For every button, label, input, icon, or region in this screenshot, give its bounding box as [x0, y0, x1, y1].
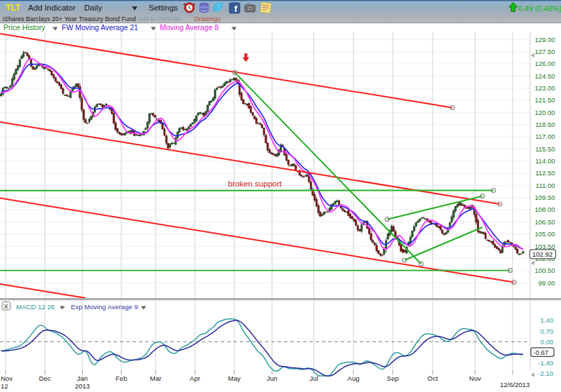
- svg-text:Price History: Price History: [4, 23, 46, 32]
- svg-text:Sep: Sep: [387, 374, 399, 382]
- svg-text:123.00: 123.00: [534, 84, 555, 92]
- svg-text:121.50: 121.50: [534, 96, 555, 104]
- svg-text:0.49 (0.48%): 0.49 (0.48%): [518, 4, 561, 13]
- svg-text:Nov: Nov: [469, 374, 481, 382]
- svg-text:Add to Portfolio: Add to Portfolio: [137, 15, 181, 22]
- svg-text:115.50: 115.50: [535, 145, 555, 153]
- svg-text:0.00: 0.00: [541, 338, 554, 346]
- svg-text:99.00: 99.00: [539, 279, 555, 287]
- svg-text:Daily: Daily: [84, 4, 102, 12]
- svg-text:Oct: Oct: [428, 374, 438, 382]
- svg-text:MACD 12 26: MACD 12 26: [16, 303, 55, 311]
- svg-text:1.40: 1.40: [541, 316, 554, 324]
- svg-text:Moving Average 8: Moving Average 8: [160, 23, 219, 32]
- svg-text:broken support: broken support: [228, 180, 283, 188]
- svg-text:129.00: 129.00: [534, 36, 555, 43]
- svg-text:0.70: 0.70: [541, 327, 554, 335]
- svg-text:118.50: 118.50: [535, 121, 555, 128]
- svg-text:126.00: 126.00: [534, 60, 555, 67]
- svg-text:108.00: 108.00: [534, 205, 555, 213]
- svg-text:114.00: 114.00: [535, 157, 555, 165]
- svg-text:Jun: Jun: [266, 374, 277, 382]
- svg-text:124.50: 124.50: [534, 72, 555, 80]
- svg-text:12: 12: [1, 382, 8, 390]
- svg-text:117.00: 117.00: [535, 133, 555, 140]
- svg-text:TLT: TLT: [6, 3, 21, 13]
- svg-text:12/6/2013: 12/6/2013: [500, 381, 529, 388]
- svg-text:-1.40: -1.40: [538, 359, 553, 367]
- svg-text:112.50: 112.50: [535, 169, 555, 177]
- svg-text:f: f: [234, 4, 238, 14]
- svg-text:127.50: 127.50: [534, 48, 555, 55]
- svg-text:100.50: 100.50: [534, 266, 555, 274]
- svg-text:111.00: 111.00: [536, 182, 555, 189]
- svg-text:109.50: 109.50: [534, 194, 555, 201]
- svg-text:Jan: Jan: [77, 374, 88, 382]
- svg-text:Apr: Apr: [190, 374, 201, 382]
- svg-text:120.00: 120.00: [534, 109, 555, 116]
- svg-text:105.00: 105.00: [534, 230, 555, 238]
- svg-text:102.92: 102.92: [532, 250, 553, 258]
- svg-text:Aug: Aug: [348, 374, 360, 382]
- svg-text:106.50: 106.50: [534, 218, 555, 226]
- svg-text:Add Indicator: Add Indicator: [28, 4, 76, 12]
- svg-text:2013: 2013: [75, 382, 90, 390]
- svg-text:Drawings: Drawings: [194, 15, 221, 22]
- svg-text:Mar: Mar: [150, 374, 161, 382]
- svg-text:X: X: [4, 303, 8, 310]
- svg-text:iShares Barclays 20+ Year Trea: iShares Barclays 20+ Year Treasury Bond …: [3, 15, 136, 22]
- svg-text:May: May: [228, 374, 241, 382]
- svg-text:-0.67: -0.67: [534, 349, 549, 356]
- svg-text:Dec: Dec: [39, 374, 51, 382]
- svg-text:FW Moving Average 21: FW Moving Average 21: [62, 23, 138, 32]
- svg-text:103.50: 103.50: [534, 243, 555, 250]
- svg-text:Feb: Feb: [116, 374, 127, 382]
- svg-text:Nov: Nov: [1, 374, 13, 382]
- svg-text:Exp Moving Average 9: Exp Moving Average 9: [71, 303, 138, 311]
- svg-text:-2.10: -2.10: [538, 370, 553, 377]
- svg-text:Settings: Settings: [149, 4, 178, 12]
- svg-text:Jul: Jul: [309, 374, 318, 382]
